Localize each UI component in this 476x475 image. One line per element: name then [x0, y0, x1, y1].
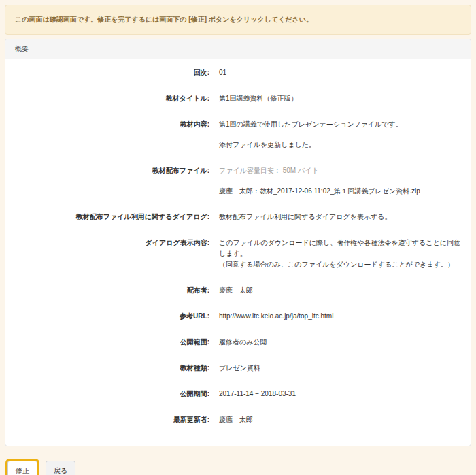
overview-fields: 回次: 01 教材タイトル: 第1回講義資料（修正版） 教材内容: 第1回の講義… — [5, 59, 471, 446]
field-label: 参考URL: — [15, 311, 209, 322]
field-value-paragraph: http://www.itc.keio.ac.jp/ja/top_itc.htm… — [219, 311, 461, 322]
field-value-paragraph: 履修者のみ公開 — [219, 337, 461, 348]
field-value-line: 慶應 太郎 — [219, 285, 461, 296]
field-value: ファイル容量目安： 50M バイト慶應 太郎：教材_2017-12-06 11:… — [209, 165, 461, 197]
field-row: 参考URL: http://www.itc.keio.ac.jp/ja/top_… — [15, 311, 461, 322]
field-value: プレゼン資料 — [209, 363, 461, 374]
field-value-line: 慶應 太郎：教材_2017-12-06 11:02_第１回講義プレゼン資料.zi… — [219, 186, 461, 197]
field-label: 教材タイトル: — [15, 93, 209, 104]
field-row: 配布者: 慶應 太郎 — [15, 285, 461, 296]
field-row: 最新更新者: 慶應 太郎 — [15, 414, 461, 425]
field-value: 履修者のみ公開 — [209, 337, 461, 348]
field-row: 教材種類: プレゼン資料 — [15, 363, 461, 374]
field-value: 慶應 太郎 — [209, 414, 461, 425]
back-button[interactable]: 戻る — [46, 461, 75, 475]
field-label: 回次: — [15, 67, 209, 78]
field-value-paragraph: 01 — [219, 67, 461, 78]
field-row: ダイアログ表示内容: このファイルのダウンロードに際し、著作権や各種法令を遵守す… — [15, 238, 461, 270]
field-row: 公開期間: 2017-11-14 − 2018-03-31 — [15, 389, 461, 399]
field-label: ダイアログ表示内容: — [15, 238, 209, 270]
field-row: 教材内容: 第1回の講義で使用したプレゼンテーションファイルです。添付ファイルを… — [15, 119, 461, 150]
field-value-paragraph: 第1回の講義で使用したプレゼンテーションファイルです。 — [219, 119, 461, 130]
field-value-line: 教材配布ファイル利用に関するダイアログを表示する。 — [219, 212, 461, 223]
field-label: 教材内容: — [15, 119, 209, 150]
field-value-paragraph: 教材配布ファイル利用に関するダイアログを表示する。 — [219, 212, 461, 223]
field-value-paragraph: このファイルのダウンロードに際し、著作権や各種法令を遵守することに同意します。（… — [219, 238, 461, 270]
field-value-line: このファイルのダウンロードに際し、著作権や各種法令を遵守することに同意します。 — [219, 238, 461, 259]
field-value: 教材配布ファイル利用に関するダイアログを表示する。 — [209, 212, 461, 223]
action-bar: 修正 戻る — [5, 461, 471, 475]
field-value-line: 第1回の講義で使用したプレゼンテーションファイルです。 — [219, 119, 461, 130]
field-row: 回次: 01 — [15, 67, 461, 78]
panel-title: 概要 — [5, 39, 471, 59]
field-row: 公開範囲: 履修者のみ公開 — [15, 337, 461, 348]
page: この画面は確認画面です。修正を完了するには画面下の [修正] ボタンをクリックし… — [0, 0, 476, 475]
field-value-paragraph: 慶應 太郎 — [219, 414, 461, 425]
field-row: 教材配布ファイル利用に関するダイアログ: 教材配布ファイル利用に関するダイアログ… — [15, 212, 461, 223]
field-value: 2017-11-14 − 2018-03-31 — [209, 389, 461, 399]
field-value: 第1回の講義で使用したプレゼンテーションファイルです。添付ファイルを更新しました… — [209, 119, 461, 150]
field-value-line: 添付ファイルを更新しました。 — [219, 140, 461, 150]
field-label: 公開範囲: — [15, 337, 209, 348]
field-label: 配布者: — [15, 285, 209, 296]
field-value: 第1回講義資料（修正版） — [209, 93, 461, 104]
overview-panel: 概要 回次: 01 教材タイトル: 第1回講義資料（修正版） 教材内容: 第1回… — [5, 39, 471, 446]
field-label: 教材配布ファイル利用に関するダイアログ: — [15, 212, 209, 223]
field-value-paragraph: ファイル容量目安： 50M バイト — [219, 165, 461, 176]
field-label: 教材種類: — [15, 363, 209, 374]
field-value-line: 慶應 太郎 — [219, 414, 461, 425]
field-row: 教材タイトル: 第1回講義資料（修正版） — [15, 93, 461, 104]
field-value-line: ファイル容量目安： 50M バイト — [219, 165, 461, 176]
field-value: 慶應 太郎 — [209, 285, 461, 296]
confirmation-notice: この画面は確認画面です。修正を完了するには画面下の [修正] ボタンをクリックし… — [5, 5, 471, 35]
submit-correction-button[interactable]: 修正 — [7, 461, 37, 475]
field-value-paragraph: プレゼン資料 — [219, 363, 461, 374]
field-value-paragraph: 慶應 太郎 — [219, 285, 461, 296]
field-row: 教材配布ファイル: ファイル容量目安： 50M バイト慶應 太郎：教材_2017… — [15, 165, 461, 197]
field-label: 最新更新者: — [15, 414, 209, 425]
field-label: 公開期間: — [15, 389, 209, 399]
field-value-line: http://www.itc.keio.ac.jp/ja/top_itc.htm… — [219, 311, 461, 322]
field-value-line: 第1回講義資料（修正版） — [219, 93, 461, 104]
field-label: 教材配布ファイル: — [15, 165, 209, 197]
field-value-paragraph: 第1回講義資料（修正版） — [219, 93, 461, 104]
field-value: 01 — [209, 67, 461, 78]
field-value-line: 01 — [219, 67, 461, 78]
field-value-line: プレゼン資料 — [219, 363, 461, 374]
field-value: このファイルのダウンロードに際し、著作権や各種法令を遵守することに同意します。（… — [209, 238, 461, 270]
field-value-paragraph: 慶應 太郎：教材_2017-12-06 11:02_第１回講義プレゼン資料.zi… — [219, 186, 461, 197]
field-value-paragraph: 2017-11-14 − 2018-03-31 — [219, 389, 461, 399]
field-value-line: 履修者のみ公開 — [219, 337, 461, 348]
field-value-line: 2017-11-14 − 2018-03-31 — [219, 389, 461, 399]
field-value-paragraph: 添付ファイルを更新しました。 — [219, 140, 461, 150]
field-value: http://www.itc.keio.ac.jp/ja/top_itc.htm… — [209, 311, 461, 322]
field-value-line: （同意する場合のみ、このファイルをダウンロードすることができます。） — [219, 259, 461, 270]
